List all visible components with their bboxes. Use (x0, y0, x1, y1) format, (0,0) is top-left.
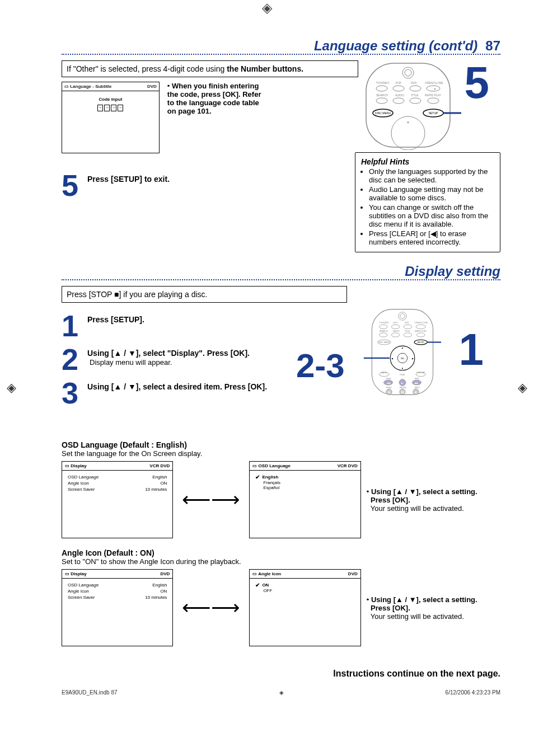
svg-text:OPEN/CLOSE: OPEN/CLOSE (425, 81, 443, 84)
helpful-hints-box: Helpful Hints Only the languages support… (355, 152, 500, 252)
stop-note: Press [STOP ■] if you are playing a disc… (62, 286, 347, 303)
svg-text:BACK: BACK (381, 372, 387, 374)
arrow-bidirectional: ⟵⟶ (182, 488, 240, 511)
svg-text:TV/VIDEO: TV/VIDEO (380, 322, 389, 324)
hint-item: Only the languages supported by the disc… (369, 167, 494, 184)
remote-graphic-display: TV/VIDEO VCR DVD OPEN/CLOSE SEARCH AUDIO… (349, 307, 456, 430)
svg-text:▶: ▶ (412, 357, 414, 360)
svg-text:DISPLAY: DISPLAY (416, 372, 425, 374)
display-section-header: Display setting (62, 264, 500, 280)
svg-text:◀: ◀ (391, 357, 394, 360)
svg-text:PAUSE: PAUSE (400, 387, 407, 389)
step2-sub: Display menu will appear. (90, 358, 172, 367)
other-code-note-text: If "Other" is selected, press 4-digit co… (67, 64, 227, 73)
svg-text:OPEN/CLOSE: OPEN/CLOSE (415, 322, 428, 324)
list-item: Français (254, 480, 355, 485)
svg-text:TITLE: TITLE (405, 330, 410, 332)
display-settings-table: OSD LanguageEnglish Angle IconON Screen … (67, 474, 168, 492)
table-row: OSD LanguageEnglish (67, 474, 168, 480)
code-input-label: Code Input (68, 97, 153, 102)
tvglyph-icon: ▭ (65, 463, 69, 468)
display-panel-a-osd: ▭ Display VCR DVD OSD LanguageEnglish An… (62, 461, 173, 538)
step3-number: 3 (62, 378, 87, 408)
crop-mark-top: ◈ (0, 0, 534, 16)
svg-point-28 (399, 312, 407, 321)
svg-point-1 (402, 67, 414, 78)
tvglyph-icon: ▭ (252, 571, 257, 576)
svg-text:VCR: VCR (395, 81, 401, 84)
svg-text:❚❚: ❚❚ (401, 391, 404, 393)
svg-point-37 (416, 325, 425, 328)
hint-item: Audio Language setting may not be availa… (369, 185, 494, 202)
svg-text:DISC MENU: DISC MENU (378, 341, 390, 344)
svg-text:SETUP: SETUP (418, 341, 425, 344)
page-number: 87 (485, 38, 500, 54)
arrow-bidirectional: ⟵⟶ (182, 596, 240, 619)
svg-point-7 (376, 86, 387, 91)
step2-text: Using [▲ / ▼], select "Display". Press [… (87, 349, 250, 358)
display-settings-table: OSD LanguageEnglish Angle IconON Screen … (67, 582, 168, 600)
continue-note: Instructions continue on the next page. (62, 669, 500, 679)
svg-text:VCR: VCR (393, 322, 397, 324)
list-item: OFF (254, 588, 355, 593)
svg-point-34 (380, 325, 388, 328)
svg-point-17 (393, 98, 404, 104)
step2-number: 2 (62, 344, 87, 374)
step1-number: 1 (62, 311, 87, 341)
osd-language-label: OSD Language (Default : English) (62, 440, 500, 449)
svg-text:▲: ▲ (406, 120, 410, 124)
svg-text:◀◀: ◀◀ (387, 382, 391, 384)
table-row: Screen Saver10 minutes (67, 486, 168, 492)
check-icon: ✔ (255, 582, 260, 588)
step3-text: Using [▲ / ▼], select a desired item. Pr… (87, 382, 267, 391)
big-1-callout: 1 (459, 324, 484, 375)
svg-text:RAPID PLAY: RAPID PLAY (425, 93, 442, 97)
tvglyph-icon: ▭ (65, 571, 69, 576)
angle-icon-label: Angle Icon (Default : ON) (62, 548, 500, 557)
page-footer: E9A90UD_EN.indb 87 ◈ 6/12/2006 4:23:23 P… (62, 689, 500, 696)
svg-text:SEARCH: SEARCH (376, 93, 388, 97)
helpful-hints-title: Helpful Hints (361, 157, 494, 166)
step5-text: Press [SETUP] to exit. (87, 175, 170, 184)
list-item: ✔English (254, 474, 355, 480)
footer-right: 6/12/2006 4:23:23 PM (446, 689, 500, 696)
svg-point-9 (410, 86, 421, 91)
svg-text:▶|: ▶| (415, 391, 417, 393)
step5-number: 5 (62, 170, 87, 200)
svg-text:▲: ▲ (401, 346, 404, 349)
when-finish-note: • When you finish entering the code, pre… (167, 82, 274, 115)
lang-subtitle-panel-title: ▭ Language - Subtitle (64, 84, 111, 89)
tvglyph-icon: ▭ (64, 84, 69, 89)
svg-point-19 (428, 98, 439, 104)
svg-point-16 (376, 98, 387, 104)
svg-point-42 (380, 333, 388, 337)
big-23-callout: 2-3 (296, 346, 345, 385)
crop-mark-bottom: ◈ (279, 689, 284, 696)
check-icon: ✔ (255, 474, 260, 480)
other-code-note: If "Other" is selected, press 4-digit co… (62, 60, 358, 77)
svg-text:SEARCH: SEARCH (380, 330, 388, 332)
display-section-title: Display setting (405, 264, 500, 279)
svg-text:▶▶: ▶▶ (415, 382, 419, 384)
code-input-boxes: – – – – (97, 105, 123, 111)
remote-graphic-top: TV/VIDEO VCR DVD OPEN/CLOSE ▲ SEARCH AUD… (355, 60, 461, 150)
angle-icon-desc: Set to "ON" to show the Angle Icon durin… (62, 557, 500, 566)
svg-text:DVD: DVD (411, 81, 417, 84)
step1-text: Press [SETUP]. (87, 315, 144, 324)
bullet-icon: • (167, 82, 170, 90)
osd-language-options-panel: ▭ OSD Language VCR DVD ✔English Français… (249, 461, 360, 538)
angle-setting-note: • Using [▲ / ▼], select a setting. Press… (367, 595, 500, 621)
svg-text:DVD: DVD (405, 322, 409, 324)
svg-text:SETUP: SETUP (429, 111, 438, 115)
svg-point-45 (416, 333, 425, 337)
svg-point-2 (405, 69, 411, 76)
angle-icon-options-panel: ▭ Angle Icon DVD ✔ON OFF (249, 569, 360, 646)
svg-text:PLAY: PLAY (400, 374, 405, 376)
hint-item: Press [CLEAR] or [◀] to erase numbers en… (369, 229, 494, 246)
hint-item: You can change or switch off the subtitl… (369, 203, 494, 228)
table-row: Angle IconON (67, 588, 168, 594)
svg-text:DISC MENU: DISC MENU (375, 111, 391, 115)
tvglyph-icon: ▭ (252, 463, 257, 468)
svg-point-8 (393, 86, 404, 91)
table-row: Angle IconON (67, 480, 168, 486)
